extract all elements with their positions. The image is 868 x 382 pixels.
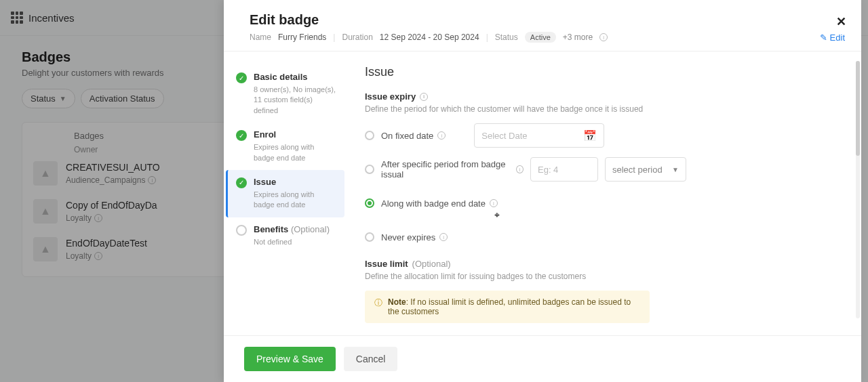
edit-link[interactable]: ✎ Edit xyxy=(820,33,845,43)
check-icon: ✓ xyxy=(236,177,247,188)
step-issue[interactable]: ✓ IssueExpires along with badge end date xyxy=(226,170,344,217)
info-icon[interactable]: i xyxy=(516,165,524,173)
chevron-down-icon: ▼ xyxy=(672,166,679,173)
issue-expiry-label: Issue expiry i xyxy=(365,91,841,102)
modal-header: Edit badge Name Furry Friends | Duration… xyxy=(224,0,861,51)
scrollbar[interactable] xyxy=(856,61,860,318)
content-panel: Issue Issue expiry i Define the period f… xyxy=(344,51,861,335)
status-badge: Active xyxy=(525,32,556,43)
step-enrol[interactable]: ✓ EnrolExpires along with badge end date xyxy=(228,123,344,170)
info-icon[interactable]: i xyxy=(420,93,428,101)
check-icon: ✓ xyxy=(236,72,247,83)
edit-badge-modal: Edit badge Name Furry Friends | Duration… xyxy=(224,0,861,382)
modal-title: Edit badge xyxy=(250,12,841,28)
issue-limit-label: Issue limit (Optional) xyxy=(365,259,841,269)
info-icon: ⓘ xyxy=(374,297,382,316)
note-box: ⓘ Note: If no issual limit is defined, u… xyxy=(365,291,650,323)
cancel-button[interactable]: Cancel xyxy=(344,347,398,371)
close-button[interactable]: ✕ xyxy=(833,14,849,30)
more-link[interactable]: +3 more xyxy=(563,33,593,42)
radio-fixed-date[interactable] xyxy=(365,131,374,140)
info-icon[interactable]: i xyxy=(599,33,608,41)
fixed-date-input[interactable]: Select Date 📅 xyxy=(474,123,604,148)
calendar-icon: 📅 xyxy=(583,129,597,142)
step-benefits[interactable]: Benefits (Optional)Not defined xyxy=(228,217,344,254)
radio-along-end-date[interactable] xyxy=(365,198,374,208)
empty-check-icon xyxy=(236,225,247,236)
check-icon: ✓ xyxy=(236,130,247,141)
preview-save-button[interactable]: Preview & Save xyxy=(244,347,336,371)
steps-nav: ✓ Basic details8 owner(s), No image(s), … xyxy=(224,51,344,335)
period-unit-select[interactable]: select period ▼ xyxy=(605,157,686,182)
pencil-icon: ✎ xyxy=(820,33,827,43)
period-number-input[interactable]: Eg: 4 xyxy=(530,157,598,182)
modal-footer: Preview & Save Cancel xyxy=(224,335,861,382)
content-title: Issue xyxy=(365,65,841,79)
info-icon[interactable]: i xyxy=(490,199,498,207)
radio-after-period[interactable] xyxy=(365,165,374,174)
info-icon[interactable]: i xyxy=(439,233,448,241)
info-icon[interactable]: i xyxy=(437,131,446,140)
radio-never-expires[interactable] xyxy=(365,232,374,242)
step-basic-details[interactable]: ✓ Basic details8 owner(s), No image(s), … xyxy=(228,65,344,123)
